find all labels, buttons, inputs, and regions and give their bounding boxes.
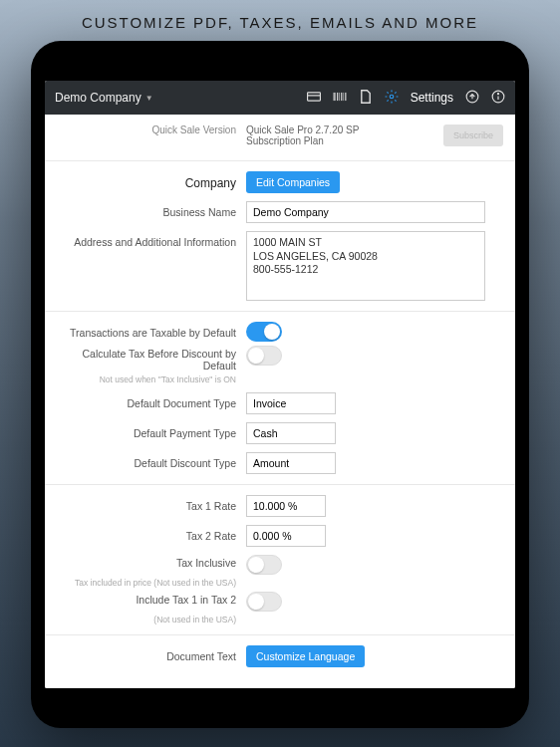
tax-inclusive-row: Tax Inclusive [45,551,515,575]
include-tax1in2-toggle[interactable] [246,592,282,612]
page-banner: CUSTOMIZE PDF, TAXES, EMAILS AND MORE [0,0,560,41]
address-row: Address and Additional Information 1000 … [45,227,515,305]
address-label: Address and Additional Information [57,231,246,248]
business-name-label: Business Name [57,201,246,218]
payment-type-label: Default Payment Type [57,422,246,439]
svg-rect-8 [345,92,346,100]
tax-before-discount-label: Calculate Tax Before Discount by Default [57,348,236,372]
tax1-input[interactable] [246,495,326,517]
svg-point-9 [390,95,394,99]
svg-rect-5 [339,92,340,100]
tax2-row: Tax 2 Rate [45,521,515,551]
svg-rect-2 [333,92,334,100]
tax-inclusive-toggle[interactable] [246,555,282,575]
version-row: Quick Sale Version Quick Sale Pro 2.7.20… [45,115,515,154]
tax-inclusive-helper: Tax included in price (Not used in the U… [57,573,246,588]
tax-before-discount-helper: Not used when "Tax Inclusive" is ON [57,370,246,384]
svg-rect-3 [335,92,336,100]
include-tax1in2-row: Include Tax 1 in Tax 2 [45,588,515,612]
payment-type-input[interactable] [246,422,336,444]
company-section-title: Company [185,176,236,190]
edit-companies-button[interactable]: Edit Companies [246,171,340,193]
include-tax1in2-helper: (Not used in the USA) [57,610,246,624]
taxable-label: Transactions are Taxable by Default [57,322,246,339]
svg-point-13 [497,93,498,94]
doc-type-row: Default Document Type [45,388,515,418]
discount-type-row: Default Discount Type [45,448,515,478]
doc-type-input[interactable] [246,392,336,414]
topbar: Demo Company ▼ Settings [45,81,515,115]
taxable-toggle[interactable] [246,322,282,342]
svg-rect-7 [343,92,344,100]
screen: Demo Company ▼ Settings Quick Sale Versi… [45,81,515,688]
tax-before-discount-toggle[interactable] [246,346,282,366]
document-icon[interactable] [359,90,373,107]
svg-rect-6 [341,92,342,100]
settings-label[interactable]: Settings [411,91,453,105]
barcode-icon[interactable] [333,90,347,107]
version-label: Quick Sale Version [57,124,246,146]
discount-type-label: Default Discount Type [57,452,246,469]
include-tax1in2-label: Include Tax 1 in Tax 2 [57,592,246,606]
version-value: Quick Sale Pro 2.7.20 SP Subscription Pl… [246,124,443,146]
customize-language-button[interactable]: Customize Language [246,645,365,667]
tax1-row: Tax 1 Rate [45,491,515,521]
doc-type-label: Default Document Type [57,392,246,409]
doc-text-label: Document Text [57,645,246,662]
svg-rect-4 [337,92,338,100]
doc-text-row: Document Text Customize Language [45,641,515,671]
payment-type-row: Default Payment Type [45,418,515,448]
svg-rect-0 [307,92,320,100]
address-textarea[interactable]: 1000 MAIN ST LOS ANGELES, CA 90028 800-5… [246,231,485,301]
tax-inclusive-label: Tax Inclusive [57,555,246,569]
company-dropdown[interactable]: Demo Company ▼ [55,91,297,105]
upload-icon[interactable] [465,90,479,107]
gear-icon[interactable] [385,90,399,107]
subscribe-button[interactable]: Subscribe [443,124,503,146]
tax1-label: Tax 1 Rate [57,495,246,512]
company-name: Demo Company [55,91,141,105]
info-icon[interactable] [491,90,505,107]
company-section-row: Company Edit Companies [45,167,515,197]
tax2-label: Tax 2 Rate [57,525,246,542]
discount-type-input[interactable] [246,452,336,474]
taxable-row: Transactions are Taxable by Default [45,318,515,346]
business-name-input[interactable] [246,201,485,223]
card-icon[interactable] [307,90,321,107]
ipad-frame: Demo Company ▼ Settings Quick Sale Versi… [31,41,529,728]
settings-content: Quick Sale Version Quick Sale Pro 2.7.20… [45,115,515,688]
tax-before-discount-row: Calculate Tax Before Discount by Default [45,346,515,372]
business-name-row: Business Name [45,197,515,227]
chevron-down-icon: ▼ [145,94,153,103]
tax2-input[interactable] [246,525,326,547]
